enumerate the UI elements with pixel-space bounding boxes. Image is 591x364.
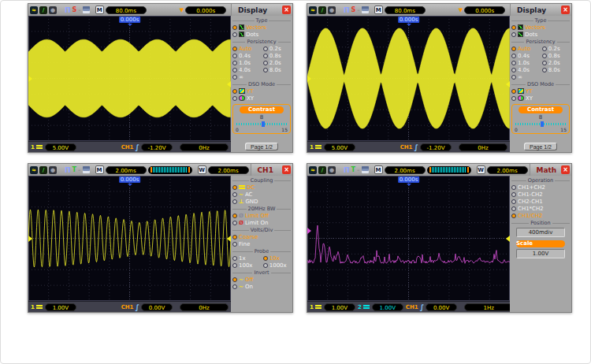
delay-readout: 0.000s <box>185 6 226 14</box>
menu-option-10x[interactable]: 10x <box>263 254 291 262</box>
waveform-thumbnail[interactable] <box>148 166 192 174</box>
main-timebase-button[interactable]: M <box>95 165 104 174</box>
menu-option-ch1-ch2[interactable]: CH1-CH2 <box>511 191 570 198</box>
separator-dash: – <box>78 167 81 173</box>
page-button[interactable]: Page 1/2 <box>524 143 557 150</box>
contrast-slider-handle[interactable] <box>262 121 265 127</box>
status-readouts: 11.00V21.00VCH1∫0.00V1Hz <box>307 301 510 312</box>
menu-option-xy[interactable]: XY <box>511 95 570 102</box>
menu-option-2-0s[interactable]: 2.0s <box>263 59 291 66</box>
edit-tool-icon[interactable]: / <box>318 6 326 14</box>
channel-position-marker[interactable] <box>307 228 311 234</box>
menu-option-dots[interactable]: Dots <box>232 31 291 38</box>
menu-option-ch1-ch2[interactable]: CH1*CH2 <box>511 205 570 212</box>
menu-option-ac[interactable]: ~AC <box>232 191 291 198</box>
menu-option-1x[interactable]: 1x <box>232 254 263 262</box>
trigger-level-readout: -1.20V <box>141 143 173 151</box>
trigger-level-marker[interactable] <box>506 236 510 242</box>
menu-option--[interactable]: ∞ <box>511 73 542 80</box>
edit-tool-icon[interactable]: / <box>39 166 47 174</box>
oscilloscope-window: ≈ / ● Π T – M 2.00ms W 2.00ms <box>28 163 293 313</box>
user-icon[interactable]: ● <box>328 166 336 174</box>
channel-position-marker[interactable] <box>28 236 32 242</box>
menu-option-xy[interactable]: XY <box>232 95 291 102</box>
menu-option-yt[interactable]: YT <box>232 87 291 95</box>
menu-option-ch2-ch1[interactable]: CH2-CH1 <box>511 198 570 205</box>
contrast-slider-handle[interactable] <box>541 121 544 127</box>
menu-option-label: CH1*CH2 <box>518 206 544 212</box>
menu-option-auto[interactable]: Auto <box>511 45 542 52</box>
close-icon[interactable]: × <box>561 6 570 14</box>
menu-option-0-4s[interactable]: 0.4s <box>232 52 263 59</box>
thumbnail-right-cursor[interactable] <box>467 167 469 173</box>
window-timebase-button[interactable]: W <box>198 165 206 174</box>
menu-option-0-8s[interactable]: 0.8s <box>542 52 570 59</box>
scope-toolbar: ≈ / ● Π T – M 2.00ms W 2.00ms <box>307 164 571 176</box>
channel-position-marker[interactable] <box>28 76 32 82</box>
menu-option-0-2s[interactable]: 0.2s <box>542 45 570 52</box>
user-icon[interactable]: ● <box>49 6 57 14</box>
menu-option-off[interactable]: ~Off <box>232 276 291 283</box>
edit-tool-icon[interactable]: / <box>39 6 47 14</box>
menu-option-0-4s[interactable]: 0.4s <box>511 52 542 59</box>
main-timebase-button[interactable]: M <box>95 6 104 14</box>
menu-option-2-0s[interactable]: 2.0s <box>542 59 570 66</box>
close-icon[interactable]: × <box>561 165 570 174</box>
thumbnail-right-cursor[interactable] <box>188 167 190 173</box>
menu-option-yt[interactable]: YT <box>511 87 570 95</box>
menu-option-on[interactable]: ~On <box>232 283 291 290</box>
channel-position-marker[interactable] <box>307 76 311 82</box>
edit-tool-icon[interactable]: / <box>318 166 326 174</box>
menu-option-1000x[interactable]: 1000x <box>263 262 291 269</box>
save-icon[interactable] <box>362 6 369 13</box>
menu-option-4-0s[interactable]: 4.0s <box>511 66 542 73</box>
thumbnail-left-cursor[interactable] <box>151 167 152 173</box>
trigger-level-marker[interactable] <box>506 81 510 87</box>
menu-option-coarse[interactable]: Coarse <box>232 233 291 240</box>
menu-option-ch1-ch2[interactable]: CH1/CH2 <box>511 212 570 219</box>
menu-option-8-0s[interactable]: 8.0s <box>263 66 291 73</box>
menu-option-limit-on[interactable]: ØLimit On <box>232 219 291 226</box>
menu-option-dc[interactable]: DC <box>232 184 291 191</box>
trigger-level-marker[interactable] <box>227 236 231 242</box>
menu-option-gnd[interactable]: ⊥GND <box>232 198 291 205</box>
thumbnail-left-cursor[interactable] <box>429 167 431 173</box>
save-icon[interactable] <box>83 166 90 173</box>
menu-option-1-0s[interactable]: 1.0s <box>511 59 542 66</box>
menu-option--[interactable]: ∞ <box>232 73 263 80</box>
menu-option-auto[interactable]: Auto <box>232 45 263 52</box>
menu-option-vectors[interactable]: Vectors <box>232 24 291 31</box>
save-icon[interactable] <box>83 6 90 13</box>
trigger-level-marker[interactable] <box>227 81 231 87</box>
menu-options: ØLimit OffØLimit On <box>232 212 291 226</box>
menu-option-4-0s[interactable]: 4.0s <box>232 66 263 73</box>
menu-option-100x[interactable]: 100x <box>232 262 263 269</box>
contrast-button[interactable]: Contrast <box>519 106 563 113</box>
contrast-button[interactable]: Contrast <box>240 106 284 113</box>
contrast-slider[interactable] <box>236 121 287 127</box>
close-icon[interactable]: × <box>282 6 291 14</box>
trigger-position-label: 0.000s <box>119 17 141 23</box>
window-timebase-button[interactable]: W <box>477 165 485 174</box>
menu-option-vectors[interactable]: Vectors <box>511 24 570 31</box>
user-icon[interactable]: ● <box>328 6 336 14</box>
main-timebase-button[interactable]: M <box>374 165 383 174</box>
user-icon[interactable]: ● <box>49 166 57 174</box>
waveform-thumbnail[interactable] <box>427 166 471 174</box>
menu-option-limit-off[interactable]: ØLimit Off <box>232 212 291 219</box>
main-timebase-button[interactable]: M <box>374 6 383 14</box>
menu-option-8-0s[interactable]: 8.0s <box>542 66 570 73</box>
channel-number: 1 <box>31 304 35 310</box>
contrast-slider[interactable] <box>515 121 566 127</box>
menu-option-ch1-ch2[interactable]: CH1+CH2 <box>511 184 570 191</box>
page-button[interactable]: Page 1/2 <box>245 143 278 150</box>
menu-option-1-0s[interactable]: 1.0s <box>232 59 263 66</box>
menu-option-fine[interactable]: Fine <box>232 240 291 247</box>
xy-icon <box>518 95 524 101</box>
close-icon[interactable]: × <box>282 165 291 174</box>
save-icon[interactable] <box>362 166 369 173</box>
scale-button[interactable]: Scale <box>516 240 565 247</box>
menu-option-dots[interactable]: Dots <box>511 31 570 38</box>
menu-option-0-8s[interactable]: 0.8s <box>263 52 291 59</box>
menu-option-0-2s[interactable]: 0.2s <box>263 45 291 52</box>
